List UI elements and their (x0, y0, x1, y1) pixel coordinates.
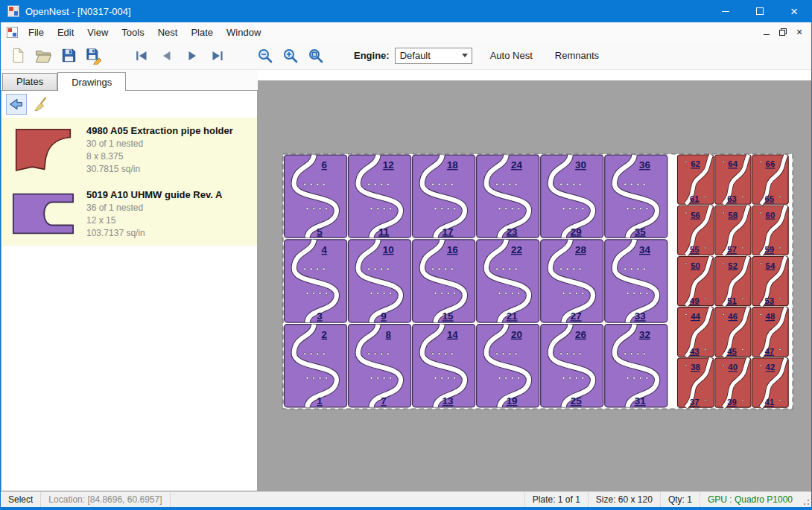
mdi-restore-icon[interactable] (775, 25, 791, 39)
last-icon[interactable] (206, 45, 229, 67)
purple-part-pair[interactable]: 2221 (477, 240, 539, 322)
red-part-pair[interactable]: 4241 (752, 358, 788, 407)
purple-part-pair[interactable]: 1817 (413, 155, 475, 238)
auto-nest-button[interactable]: Auto Nest (483, 46, 540, 65)
red-part-pair[interactable]: 5655 (678, 205, 714, 255)
menu-edit[interactable]: Edit (51, 24, 80, 41)
purple-part-pair[interactable]: 2423 (477, 155, 539, 238)
purple-part-pair[interactable]: 65 (285, 155, 347, 238)
red-part-pair[interactable]: 6665 (752, 155, 788, 204)
red-part-pair[interactable]: 6463 (715, 155, 751, 204)
menu-plate[interactable]: Plate (184, 24, 220, 41)
drawing-nested-count: 36 of 1 nested (86, 203, 222, 213)
remnants-button[interactable]: Remnants (548, 46, 606, 65)
open-icon[interactable] (32, 45, 54, 67)
svg-text:10: 10 (383, 244, 394, 255)
menu-file[interactable]: File (22, 24, 51, 41)
purple-part-pair[interactable]: 1615 (413, 240, 475, 322)
drawing-thumbnail (6, 125, 80, 174)
red-part-pair[interactable]: 4443 (678, 307, 714, 357)
svg-text:7: 7 (381, 395, 386, 407)
canvas-top-strip (258, 70, 811, 80)
svg-text:42: 42 (766, 363, 775, 372)
svg-text:62: 62 (691, 159, 700, 168)
status-plate: Plate: 1 of 1 (524, 492, 588, 507)
purple-part-pair[interactable]: 43 (285, 240, 347, 322)
svg-text:36: 36 (639, 159, 650, 170)
previous-icon[interactable] (156, 45, 178, 67)
svg-text:29: 29 (571, 226, 582, 237)
zoom-out-icon[interactable] (254, 45, 276, 67)
purple-part-pair[interactable]: 2625 (541, 325, 603, 407)
red-part-pair[interactable]: 6261 (678, 155, 714, 204)
purple-part-pair[interactable]: 21 (285, 325, 347, 407)
svg-text:31: 31 (635, 395, 646, 407)
svg-text:19: 19 (507, 395, 518, 407)
save-as-icon[interactable] (83, 45, 105, 67)
purple-part-pair[interactable]: 3231 (605, 325, 667, 407)
red-part-pair[interactable]: 5049 (678, 256, 714, 305)
next-icon[interactable] (181, 45, 203, 67)
tab-plates[interactable]: Plates (2, 73, 57, 90)
svg-text:8: 8 (386, 329, 392, 340)
nest-canvas-svg[interactable]: 6512111817242330293635431091615222128273… (282, 153, 793, 409)
menu-window[interactable]: Window (220, 24, 267, 41)
document-icon[interactable] (7, 27, 18, 38)
zoom-in-icon[interactable] (279, 45, 302, 67)
list-item[interactable]: 5019 A10 UHMW guide Rev. A 36 of 1 neste… (1, 182, 257, 246)
svg-text:24: 24 (511, 159, 522, 170)
clean-icon[interactable] (31, 94, 51, 115)
red-part-pair[interactable]: 4039 (715, 358, 751, 407)
red-part-pair[interactable]: 4847 (752, 307, 788, 357)
drawing-nested-count: 30 of 1 nested (86, 138, 233, 149)
menu-nest[interactable]: Nest (151, 24, 185, 41)
purple-part-pair[interactable]: 87 (349, 325, 411, 407)
purple-part-pair[interactable]: 2019 (477, 325, 539, 407)
svg-text:18: 18 (447, 159, 458, 170)
svg-text:54: 54 (766, 261, 775, 270)
mdi-minimize-icon[interactable] (758, 25, 775, 39)
red-part-pair[interactable]: 4645 (715, 307, 751, 357)
zoom-fit-icon[interactable] (305, 45, 327, 67)
minimize-icon[interactable] (708, 0, 743, 22)
list-item[interactable]: 4980 A05 Extraction pipe holder 30 of 1 … (1, 118, 257, 182)
drawing-size: 8 x 8.375 (86, 151, 233, 162)
red-part-pair[interactable]: 5251 (715, 256, 751, 305)
red-part-pair[interactable]: 5857 (715, 205, 751, 255)
chevron-down-icon[interactable] (459, 48, 472, 63)
menu-tools[interactable]: Tools (115, 24, 150, 41)
maximize-icon[interactable] (743, 0, 777, 22)
svg-text:28: 28 (575, 244, 586, 255)
purple-part-pair[interactable]: 3433 (605, 240, 667, 322)
purple-part-pair[interactable]: 1211 (349, 155, 411, 238)
toolbar: Engine: Default Auto Nest Remnants (1, 42, 811, 70)
replace-icon[interactable] (6, 94, 27, 115)
mdi-close-icon[interactable]: × (791, 25, 808, 39)
save-icon[interactable] (57, 45, 80, 67)
svg-text:22: 22 (511, 244, 522, 255)
engine-select[interactable]: Default (395, 48, 472, 64)
purple-part-pair[interactable]: 2827 (541, 240, 603, 322)
menu-view[interactable]: View (80, 24, 115, 41)
svg-text:27: 27 (571, 310, 582, 322)
purple-part-pair[interactable]: 109 (349, 240, 411, 322)
resize-grip[interactable] (800, 492, 811, 507)
purple-part-pair[interactable]: 1413 (413, 325, 475, 407)
new-icon[interactable] (7, 45, 29, 67)
svg-text:17: 17 (443, 226, 454, 237)
nest-canvas[interactable]: 6512111817242330293635431091615222128273… (258, 70, 811, 491)
drawing-title: 5019 A10 UHMW guide Rev. A (86, 189, 222, 200)
menubar: File Edit View Tools Nest Plate Window × (1, 22, 811, 42)
red-part-pair[interactable]: 6059 (752, 205, 788, 255)
first-icon[interactable] (130, 45, 153, 67)
svg-text:6: 6 (322, 159, 327, 170)
svg-text:11: 11 (378, 226, 390, 237)
close-icon[interactable]: × (777, 0, 811, 22)
purple-part-pair[interactable]: 3029 (541, 155, 603, 238)
svg-text:45: 45 (727, 347, 737, 356)
sidebar-body: 4980 A05 Extraction pipe holder 30 of 1 … (1, 90, 258, 491)
red-part-pair[interactable]: 5453 (752, 256, 788, 305)
purple-part-pair[interactable]: 3635 (605, 155, 667, 238)
tab-drawings[interactable]: Drawings (57, 72, 126, 91)
red-part-pair[interactable]: 3837 (678, 358, 714, 407)
